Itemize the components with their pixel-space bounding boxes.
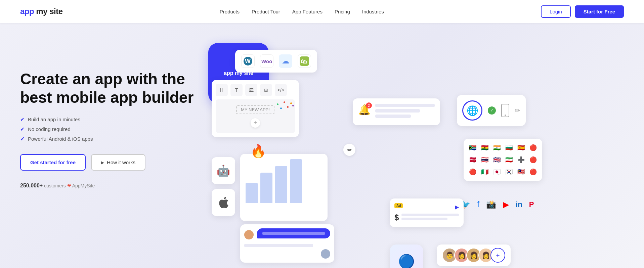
globe-card: 🌐 ✓ ✏ — [457, 95, 526, 126]
flag-7: 🇩🇰 — [468, 155, 478, 165]
tool-code[interactable]: </> — [275, 84, 287, 96]
customers-badge: 250,000+ customers ❤ AppMySite — [20, 183, 195, 189]
notif-line-1 — [375, 104, 435, 107]
pencil-icon: ✏ — [347, 147, 352, 153]
flag-15: 🇯🇵 — [492, 167, 502, 177]
flag-11: ➕ — [516, 155, 526, 165]
start-for-free-button[interactable]: Start for Free — [575, 5, 624, 18]
login-button[interactable]: Login — [541, 5, 571, 18]
phone-dot — [505, 115, 506, 116]
nav-product-tour[interactable]: Product Tour — [252, 9, 280, 14]
flag-grid: 🇿🇦 🇬🇭 🇮🇳 🇧🇬 🇪🇸 🔴 🇩🇰 🇹🇭 🇬🇧 🇮🇷 ➕ 🔴 🔴 🇮🇹 🇯🇵… — [468, 143, 538, 177]
hero-section: Create an app with the best mobile app b… — [0, 23, 644, 268]
firebase-icon: 🔥 — [250, 144, 266, 159]
monetize-header: Ad ▶ — [394, 203, 459, 211]
notification-badge: 2 — [366, 102, 372, 108]
hero-feature-2: ✔ No coding required — [20, 126, 195, 132]
notif-line-3 — [375, 115, 411, 118]
nav-products[interactable]: Products — [220, 9, 240, 14]
notification-card: 🔔 2 — [353, 98, 440, 125]
nav-pricing[interactable]: Pricing — [335, 9, 350, 14]
chat-avatar — [244, 230, 254, 239]
editor-card: H T 🖼 ⊞ </> MY NEW APP! + — [212, 80, 299, 137]
notification-content — [375, 104, 435, 120]
pencil-edit-icon: ✏ — [515, 106, 520, 115]
hero-title: Create an app with the best mobile app b… — [20, 70, 195, 107]
logo: app my site — [20, 7, 63, 16]
editor-toolbar: H T 🖼 ⊞ </> — [216, 84, 295, 96]
pinterest-icon[interactable]: P — [529, 200, 534, 209]
nav-links: Products Product Tour App Features Prici… — [220, 9, 384, 14]
nav-app-features[interactable]: App Features — [292, 9, 323, 14]
flag-8: 🇹🇭 — [480, 155, 490, 165]
hero-right-visuals: W Woo ☁ 🛍 H T 🖼 ⊞ </> — [208, 43, 624, 268]
dollar-icon: $ — [394, 213, 399, 222]
appstore-icon: 🔵 — [398, 254, 415, 268]
how-it-works-button[interactable]: ▶ How it works — [91, 154, 145, 171]
logo-blue-part: app — [20, 7, 34, 16]
monetize-card: Ad ▶ $ — [390, 198, 464, 227]
tool-t[interactable]: T — [230, 84, 243, 96]
svg-text:🛍: 🛍 — [301, 58, 307, 65]
phone-outline-icon — [501, 104, 509, 117]
chat-row — [244, 228, 330, 241]
bar-3 — [275, 166, 287, 203]
get-started-button[interactable]: Get started for free — [20, 154, 86, 171]
flag-3: 🇮🇳 — [492, 143, 502, 153]
team-more-button[interactable]: + — [490, 248, 505, 263]
hero-left-content: Create an app with the best mobile app b… — [20, 43, 195, 189]
flag-13: 🔴 — [468, 167, 478, 177]
play-button-small[interactable]: ▶ — [455, 204, 459, 210]
notif-line-2 — [375, 109, 420, 113]
ad-tag: Ad — [394, 203, 403, 208]
flag-2: 🇬🇭 — [480, 143, 490, 153]
editor-canvas: MY NEW APP! + — [216, 99, 295, 133]
play-icon: ▶ — [101, 160, 104, 165]
facebook-icon[interactable]: f — [477, 199, 479, 210]
check-icon-3: ✔ — [20, 136, 25, 142]
tool-grid[interactable]: ⊞ — [260, 84, 272, 96]
hero-features-list: ✔ Build an app in minutes ✔ No coding re… — [20, 116, 195, 142]
app-name-label: MY NEW APP! — [236, 105, 274, 114]
confetti-decoration — [273, 101, 294, 114]
monetize-content: $ — [394, 213, 459, 222]
chat-avatar-right-row — [244, 249, 330, 259]
flag-10: 🇮🇷 — [504, 155, 514, 165]
bar-chart — [246, 159, 322, 203]
tool-image[interactable]: 🖼 — [245, 84, 257, 96]
bar-2 — [260, 173, 272, 203]
revenue-line-1 — [401, 214, 459, 216]
hero-feature-1: ✔ Build an app in minutes — [20, 116, 195, 123]
flag-18: 🔴 — [528, 167, 538, 177]
instagram-icon[interactable]: 📸 — [486, 200, 496, 209]
linkedin-icon[interactable]: in — [516, 200, 522, 209]
tool-h[interactable]: H — [216, 84, 228, 96]
android-card: 🤖 — [212, 157, 235, 184]
flags-card: 🇿🇦 🇬🇭 🇮🇳 🇧🇬 🇪🇸 🔴 🇩🇰 🇹🇭 🇬🇧 🇮🇷 ➕ 🔴 🔴 🇮🇹 🇯🇵… — [464, 139, 542, 181]
revenue-line-2 — [401, 218, 447, 220]
chat-bubble — [257, 228, 330, 238]
logo-grey-part: my site — [34, 7, 62, 16]
flag-1: 🇿🇦 — [468, 143, 478, 153]
android-icon: 🤖 — [217, 164, 230, 177]
chat-line-1 — [244, 244, 313, 247]
shopify-icon: 🛍 — [298, 54, 311, 68]
bell-wrapper: 🔔 2 — [358, 104, 371, 116]
edit-pencil-button[interactable]: ✏ — [343, 144, 355, 156]
apple-card — [212, 189, 235, 216]
appstore-card: 🔵 — [390, 244, 423, 268]
nav-industries[interactable]: Industries — [362, 9, 384, 14]
add-element-button[interactable]: + — [251, 118, 260, 128]
hero-feature-3: ✔ Powerful Android & iOS apps — [20, 136, 195, 142]
hero-buttons: Get started for free ▶ How it works — [20, 154, 195, 171]
flag-12: 🔴 — [528, 155, 538, 165]
flag-16: 🇰🇷 — [504, 167, 514, 177]
bar-4 — [290, 159, 302, 203]
revenue-lines — [401, 214, 459, 222]
chat-card — [240, 224, 334, 263]
social-icons-row: 🐦 f 📸 ▶ in P — [460, 199, 534, 210]
check-icon-2: ✔ — [20, 126, 25, 132]
platforms-card: W Woo ☁ 🛍 — [235, 50, 317, 73]
check-icon-1: ✔ — [20, 116, 25, 123]
youtube-icon[interactable]: ▶ — [503, 200, 509, 209]
